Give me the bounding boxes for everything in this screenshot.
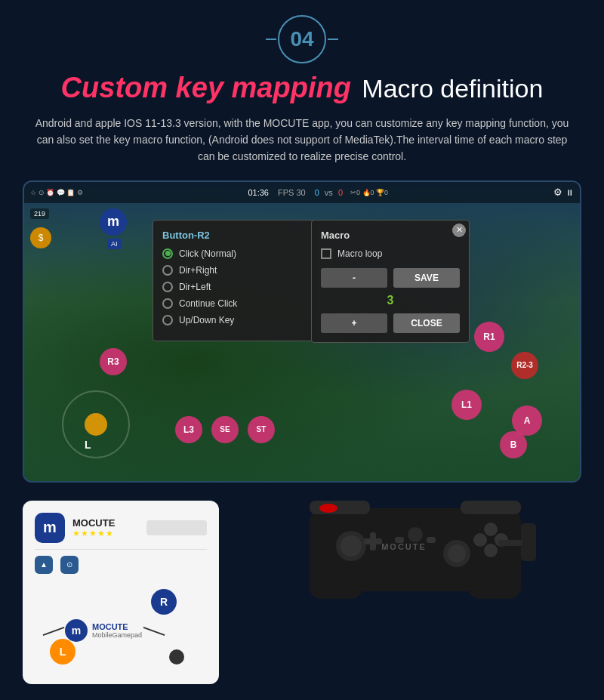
macro-close-x[interactable]: ✕ [452,224,466,237]
app-divider [35,549,207,550]
btn-st[interactable]: ST [248,416,275,443]
macro-minus-button[interactable]: - [321,268,387,288]
macro-save-button[interactable]: SAVE [393,268,460,288]
controller-svg: MOCUTE [287,501,544,606]
mocute-logo-small: m MOCUTE MobileGamepad [65,619,142,642]
svg-rect-21 [521,523,536,561]
macro-panel: ✕ Macro Macro loop - SAVE 3 + CLOSE [311,220,470,343]
app-icon: m [35,513,65,543]
btn-b[interactable]: B [500,431,527,458]
mocute-logo-game: m [100,208,127,236]
app-card-header: m MOCUTE ★★★★★ [35,513,207,543]
score-right: 0 [338,188,343,197]
topbar-center: 01:36 FPS 30 0 vs 0 ✂0 🔥0 🏆0 [248,188,388,197]
heading-normal: Macro definition [362,74,543,103]
topbar-left: ☆ ⊙ ⏰ 💬 📋 ⚙ [30,189,83,196]
macro-number: 3 [321,294,460,307]
settings-icon[interactable]: ⚙ [553,187,562,198]
bottom-section: m MOCUTE ★★★★★ ▲ ⊙ R m MOCUTE [23,501,581,684]
kills: 0 [356,189,360,196]
app-orange-dot: L [50,639,76,665]
svg-rect-12 [364,538,382,544]
topbar-right: ⚙ ⏸ [553,187,574,198]
radio-dir-right [162,265,173,276]
macro-loop-label: Macro loop [337,248,382,259]
section-description: Android and apple IOS 11-13.3 version, w… [30,115,574,165]
controller-image: MOCUTE [287,501,528,599]
btn-l3[interactable]: L3 [175,416,202,443]
deaths: 0 [371,189,374,196]
btn-se[interactable]: SE [211,416,239,443]
button-r2-dialog: Button-R2 Click (Normal) Dir+Right Dir+L… [153,220,319,341]
option-dir-right-label: Dir+Right [179,265,217,276]
game-time: 01:36 [248,188,269,197]
svg-point-8 [341,535,362,557]
assists: 0 [384,189,388,196]
ai-badge: AI [107,239,122,249]
app-small-icon-2: ⊙ [60,556,79,574]
app-small-icon-1: ▲ [35,556,53,574]
page-wrapper: 04 Custom key mapping Macro definition A… [0,0,604,700]
app-stars: ★★★★★ [72,529,115,538]
macro-plus-button[interactable]: + [321,313,387,333]
btn-r3[interactable]: R3 [100,348,127,375]
svg-point-16 [484,544,498,557]
option-updown-key-label: Up/Down Key [179,315,234,325]
diagram-line-2 [143,627,165,636]
svg-rect-19 [395,537,404,543]
radio-dir-left [162,282,173,292]
btn-r2-3[interactable]: R2-3 [511,352,538,379]
section-heading: Custom key mapping Macro definition [23,71,581,106]
svg-rect-4 [310,501,370,514]
app-icons-row: ▲ ⊙ [35,556,207,574]
app-black-dot [169,649,184,665]
svg-rect-5 [461,501,521,514]
option-click-normal-label: Click (Normal) [179,248,236,259]
app-diagram: R m MOCUTE MobileGamepad L [35,581,207,672]
radio-click-normal [162,248,173,259]
r-button-dot: R [151,589,177,615]
diagram-line-1 [43,627,65,636]
game-topbar: ☆ ⊙ ⏰ 💬 📋 ⚙ 01:36 FPS 30 0 vs 0 ✂0 🔥0 🏆0… [24,182,580,203]
radio-continue-click [162,298,173,309]
game-icons: ☆ ⊙ ⏰ 💬 📋 ⚙ [30,189,83,196]
game-area: ☆ ⊙ ⏰ 💬 📋 ⚙ 01:36 FPS 30 0 vs 0 ✂0 🔥0 🏆0… [23,180,581,483]
joystick-dot [85,413,107,436]
svg-rect-22 [498,540,522,546]
svg-point-18 [408,527,423,542]
left-joystick-label: L [85,439,91,451]
macro-btn-row2: + CLOSE [321,313,460,333]
fps-label: FPS 30 [278,188,306,197]
mocute-text-small: MOCUTE MobileGamepad [92,622,142,639]
dialog-title: Button-R2 [162,230,309,241]
app-name: MOCUTE [72,517,115,529]
macro-close-button[interactable]: CLOSE [393,313,460,333]
btn-r1[interactable]: R1 [474,322,504,352]
option-click-normal[interactable]: Click (Normal) [162,248,309,259]
option-dir-left-label: Dir+Left [179,282,211,292]
radio-inner-click-normal [165,251,171,256]
svg-point-6 [319,504,337,513]
macro-loop-checkbox[interactable] [321,248,331,259]
option-dir-right[interactable]: Dir+Right [162,265,309,276]
svg-point-13 [484,523,498,536]
pause-icon[interactable]: ⏸ [565,188,574,197]
joystick-area[interactable] [62,390,130,458]
score-display: 219 [30,208,49,219]
option-dir-left[interactable]: Dir+Left [162,282,309,292]
radio-updown-key [162,315,173,325]
heading-highlight: Custom key mapping [61,72,351,103]
macro-title: Macro [321,230,460,241]
app-header-bar [146,520,207,535]
svg-text:MOCUTE: MOCUTE [381,542,427,551]
option-continue-click-label: Continue Click [179,298,237,309]
option-continue-click[interactable]: Continue Click [162,298,309,309]
btn-l1[interactable]: L1 [451,390,482,420]
svg-point-10 [448,544,466,563]
step-circle-container: 04 [23,15,581,63]
vs-label: vs [325,188,333,197]
option-updown-key[interactable]: Up/Down Key [162,315,309,325]
app-card: m MOCUTE ★★★★★ ▲ ⊙ R m MOCUTE [23,501,219,684]
step-circle: 04 [278,15,326,63]
controller-area: MOCUTE [234,501,581,599]
